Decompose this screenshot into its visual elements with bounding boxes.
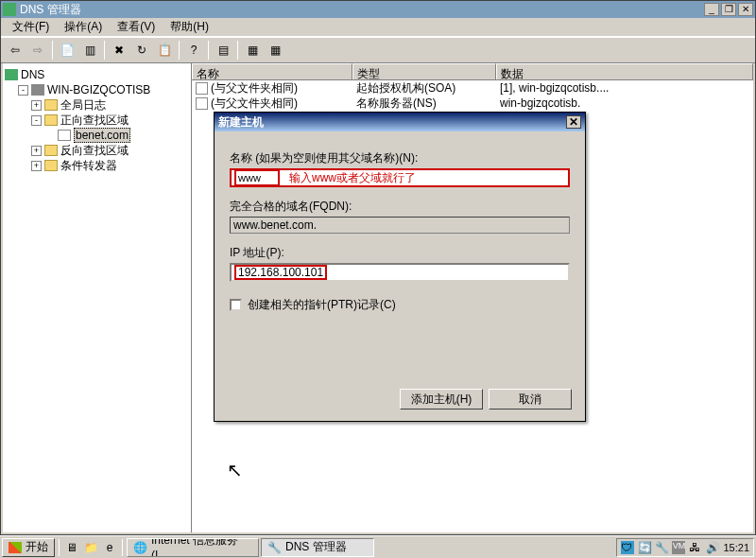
folder-icon [44,99,58,111]
help-icon[interactable]: ? [183,40,204,61]
cancel-button[interactable]: 取消 [489,389,572,410]
tree-fwd-zone[interactable]: - 正向查找区域 [5,113,189,128]
show-hide-icon[interactable]: ▥ [79,40,100,61]
tray-vm-icon[interactable]: VM [672,541,685,554]
new-host-dialog: 新建主机 ✕ 名称 (如果为空则使用其父域名称)(N): www 输入www或者… [214,112,586,422]
windows-flag-icon [9,542,22,553]
dialog-titlebar[interactable]: 新建主机 ✕ [215,113,585,131]
tree-global-log[interactable]: + 全局日志 [5,97,189,113]
task-dns-manager[interactable]: 🔧 DNS 管理器 [261,538,374,557]
back-icon[interactable]: ⇦ [5,40,26,61]
record-icon [196,82,208,95]
filter2-icon[interactable]: ▦ [265,40,285,61]
refresh-icon[interactable]: ↻ [131,40,152,61]
record-icon [196,97,208,110]
annotation-text: 输入www或者父域就行了 [289,170,416,186]
tray-update-icon[interactable]: 🔄 [638,541,651,554]
list-row[interactable]: (与父文件夹相同) 起始授权机构(SOA) [1], win-bgizqcoti… [192,80,753,96]
tree-root-dns[interactable]: DNS [5,67,189,82]
collapse-icon[interactable]: - [18,85,28,96]
collapse-icon[interactable]: - [31,115,42,126]
tree-server[interactable]: - WIN-BGIZQCOTISB [5,82,189,97]
iis-icon: 🌐 [133,541,147,554]
col-name[interactable]: 名称 [192,63,352,79]
app-icon [3,3,16,16]
tray-tool-icon[interactable]: 🔧 [655,541,668,554]
filter1-icon[interactable]: ▦ [242,40,263,61]
expand-icon[interactable]: + [31,146,42,156]
server-icon [31,84,44,96]
tree-rev-zone[interactable]: + 反向查找区域 [5,143,189,158]
minimize-button[interactable]: _ [704,3,719,16]
expand-icon[interactable]: + [31,100,42,111]
dns-icon: 🔧 [267,541,282,554]
list-header: 名称 类型 数据 [192,63,753,80]
name-input[interactable]: www [234,169,280,186]
tray-network-icon[interactable]: 🖧 [689,541,702,554]
add-host-button[interactable]: 添加主机(H) [400,389,483,410]
system-tray: 🛡 🔄 🔧 VM 🖧 🔊 15:21 [616,538,754,557]
toolbar: ⇦ ⇨ 📄 ▥ ✖ ↻ 📋 ? ▤ ▦ ▦ [1,37,755,63]
folder-icon [44,114,58,126]
start-button[interactable]: 开始 [2,538,55,557]
titlebar: DNS 管理器 _ ❐ ✕ [1,1,755,18]
restore-button[interactable]: ❐ [721,3,736,16]
ptr-checkbox[interactable] [230,299,242,311]
zone-icon [58,130,71,141]
window-title: DNS 管理器 [20,2,81,18]
col-data[interactable]: 数据 [496,63,753,79]
taskbar: 开始 🖥 📁 e 🌐 Internet 信息服务(I... 🔧 DNS 管理器 … [0,535,756,558]
tree-zone-benet[interactable]: benet.com [5,128,189,143]
col-type[interactable]: 类型 [352,63,496,79]
folder-icon [44,145,58,156]
list-row[interactable]: (与父文件夹相同) 名称服务器(NS) win-bgizqcotisb. [192,96,753,111]
ip-label: IP 地址(P): [230,245,570,261]
fqdn-label: 完全合格的域名(FQDN): [230,199,570,215]
menu-action[interactable]: 操作(A) [57,17,110,37]
dialog-close-button[interactable]: ✕ [566,115,581,129]
name-input-wrap: www 输入www或者父域就行了 [230,168,570,187]
dialog-title: 新建主机 [218,114,264,131]
close-button[interactable]: ✕ [738,3,753,16]
menu-help[interactable]: 帮助(H) [163,17,216,37]
dialog-buttons: 添加主机(H) 取消 [400,389,572,410]
tray-volume-icon[interactable]: 🔊 [706,541,719,554]
tree-cond-fwd[interactable]: + 条件转发器 [5,158,189,173]
menu-file[interactable]: 文件(F) [5,17,57,37]
expand-icon[interactable]: + [31,161,42,171]
forward-icon[interactable]: ⇨ [27,40,48,61]
delete-icon[interactable]: ✖ [109,40,129,61]
dns-icon [5,69,18,80]
prop-icon[interactable]: ▤ [213,40,233,61]
fqdn-readonly: www.benet.com. [230,217,570,234]
name-label: 名称 (如果为空则使用其父域名称)(N): [230,150,570,166]
ptr-checkbox-row[interactable]: 创建相关的指针(PTR)记录(C) [230,297,570,313]
ip-input-row: 192.168.100.101 [230,263,570,282]
menu-view[interactable]: 查看(V) [110,17,163,37]
export-icon[interactable]: 📋 [154,40,175,61]
taskbar-clock[interactable]: 15:21 [723,542,749,553]
task-iis[interactable]: 🌐 Internet 信息服务(I... [127,538,259,557]
up-icon[interactable]: 📄 [57,40,77,61]
folder-icon [44,160,58,171]
tree-panel[interactable]: DNS - WIN-BGIZQCOTISB + 全局日志 - 正向查找区域 be… [3,63,192,532]
explorer-icon[interactable]: 📁 [82,539,99,556]
dialog-body: 名称 (如果为空则使用其父域名称)(N): www 输入www或者父域就行了 完… [215,131,585,324]
ptr-label: 创建相关的指针(PTR)记录(C) [248,297,396,313]
ie-icon[interactable]: e [101,539,118,556]
menubar: 文件(F) 操作(A) 查看(V) 帮助(H) [1,18,755,37]
tray-security-icon[interactable]: 🛡 [621,541,634,554]
ip-input[interactable]: 192.168.100.101 [234,265,327,280]
show-desktop-icon[interactable]: 🖥 [63,539,80,556]
